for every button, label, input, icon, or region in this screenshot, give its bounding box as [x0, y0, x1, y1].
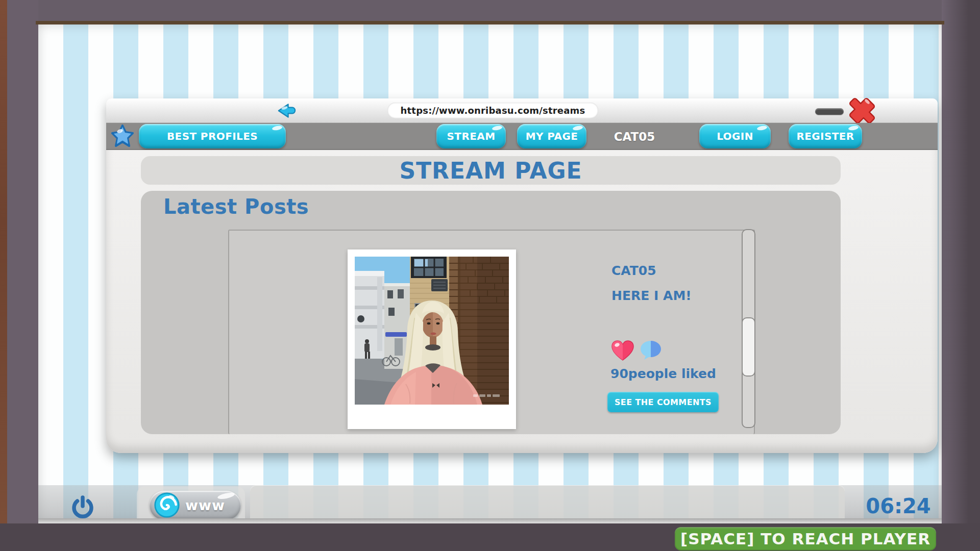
best-profiles-button[interactable]: BEST PROFILES	[139, 124, 286, 148]
latest-posts-panel: Latest Posts	[141, 191, 841, 434]
browser-titlebar: https://www.onribasu.com/streams	[106, 98, 938, 123]
register-button[interactable]: REGISTER	[789, 124, 862, 148]
page-title-pill: STREAM PAGE	[141, 156, 841, 185]
section-title: Latest Posts	[163, 195, 309, 218]
stream-button[interactable]: STREAM	[436, 124, 506, 148]
spiral-www-icon	[154, 492, 180, 518]
browser-window: https://www.onribasu.com/streams	[106, 98, 938, 453]
background-brick-edge	[0, 0, 7, 551]
computer-screen: https://www.onribasu.com/streams	[38, 24, 942, 523]
login-button[interactable]: LOGIN	[699, 124, 771, 148]
star-icon[interactable]	[110, 123, 135, 149]
www-browser-button[interactable]: www	[150, 491, 241, 520]
back-arrow-icon[interactable]	[274, 102, 299, 119]
space-key-prompt: [SPACE] TO REACH PLAYER	[675, 527, 936, 550]
url-bar[interactable]: https://www.onribasu.com/streams	[387, 103, 598, 118]
my-page-button[interactable]: MY PAGE	[517, 124, 586, 148]
post-message: HERE I AM!	[611, 288, 692, 303]
scrollbar-thumb[interactable]	[742, 317, 755, 377]
post-likes: 90people liked	[610, 366, 716, 381]
page-content: STREAM PAGE Latest Posts	[106, 150, 938, 453]
monitor-bezel-inner-edge	[36, 21, 944, 24]
heart-icon[interactable]	[610, 340, 635, 362]
taskbar-panel	[250, 485, 845, 523]
post-photo	[348, 249, 516, 429]
post-author: CAT05	[611, 263, 656, 278]
power-icon[interactable]	[70, 495, 95, 519]
monitor-bezel-right	[942, 0, 980, 551]
comment-bubble-icon[interactable]	[639, 340, 663, 361]
username-label: CAT05	[596, 123, 673, 150]
screen-bottom-edge	[38, 518, 942, 523]
minimize-icon[interactable]	[815, 108, 844, 115]
monitor-bezel-left	[7, 0, 38, 551]
www-label: www	[185, 497, 225, 513]
page-title: STREAM PAGE	[399, 158, 582, 184]
clock: 06:24	[857, 494, 939, 518]
see-comments-button[interactable]: SEE THE COMMENTS	[607, 392, 719, 412]
close-icon[interactable]	[845, 94, 879, 127]
browser-navbar: BEST PROFILES STREAM MY PAGE CAT05 LOGIN…	[106, 123, 938, 150]
